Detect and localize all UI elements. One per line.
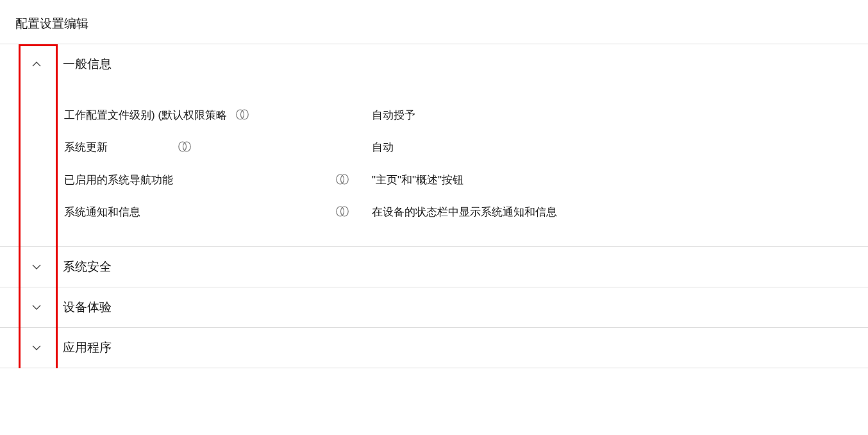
page-title: 配置设置编辑 bbox=[0, 0, 868, 44]
svg-point-6 bbox=[337, 207, 344, 216]
setting-row: 已启用的系统导航功能 "主页"和"概述"按钮 bbox=[64, 164, 868, 196]
section-header-device-experience[interactable]: 设备体验 bbox=[0, 287, 868, 327]
setting-value: "主页"和"概述"按钮 bbox=[372, 172, 868, 189]
section-body-general-info: 工作配置文件级别) (默认权限策略 自动授予 系统更新 自动 bbox=[0, 84, 868, 246]
svg-point-2 bbox=[179, 142, 187, 151]
section-header-label: 系统安全 bbox=[63, 259, 112, 275]
chevron-up-icon bbox=[28, 60, 45, 69]
setting-label-wrap: 已启用的系统导航功能 bbox=[64, 172, 372, 189]
chevron-down-icon bbox=[28, 262, 45, 271]
setting-value: 自动授予 bbox=[372, 107, 868, 124]
section-device-experience: 设备体验 bbox=[0, 287, 868, 328]
svg-point-0 bbox=[237, 110, 244, 119]
setting-row: 工作配置文件级别) (默认权限策略 自动授予 bbox=[64, 99, 868, 132]
section-applications: 应用程序 bbox=[0, 328, 868, 368]
section-general-info: 一般信息 工作配置文件级别) (默认权限策略 自动授予 系统更新 bbox=[0, 44, 868, 247]
setting-row: 系统通知和信息 在设备的状态栏中显示系统通知和信息 bbox=[64, 196, 868, 228]
svg-point-4 bbox=[337, 175, 344, 184]
setting-label-wrap: 系统通知和信息 bbox=[64, 204, 372, 221]
section-header-general-info[interactable]: 一般信息 bbox=[0, 44, 868, 84]
setting-label: 系统通知和信息 bbox=[64, 204, 140, 221]
section-header-applications[interactable]: 应用程序 bbox=[0, 328, 868, 368]
svg-point-3 bbox=[183, 142, 191, 151]
setting-label: 系统更新 bbox=[64, 139, 108, 156]
setting-label-wrap: 工作配置文件级别) (默认权限策略 bbox=[64, 107, 372, 124]
copilot-icon[interactable] bbox=[336, 206, 349, 217]
sections-container: 一般信息 工作配置文件级别) (默认权限策略 自动授予 系统更新 bbox=[0, 44, 868, 368]
setting-value: 在设备的状态栏中显示系统通知和信息 bbox=[372, 204, 868, 221]
setting-label: 已启用的系统导航功能 bbox=[64, 172, 173, 189]
chevron-down-icon bbox=[28, 343, 45, 352]
setting-row: 系统更新 自动 bbox=[64, 132, 868, 164]
setting-label: 工作配置文件级别) (默认权限策略 bbox=[64, 107, 227, 124]
setting-label-wrap: 系统更新 bbox=[64, 139, 372, 156]
copilot-icon[interactable] bbox=[336, 174, 349, 185]
copilot-icon[interactable] bbox=[178, 141, 191, 152]
svg-point-5 bbox=[341, 175, 349, 184]
section-system-security: 系统安全 bbox=[0, 247, 868, 287]
svg-point-7 bbox=[341, 207, 349, 216]
chevron-down-icon bbox=[28, 303, 45, 312]
copilot-icon[interactable] bbox=[236, 109, 249, 120]
svg-point-1 bbox=[241, 110, 249, 119]
section-header-label: 设备体验 bbox=[63, 299, 112, 316]
section-header-system-security[interactable]: 系统安全 bbox=[0, 247, 868, 287]
setting-value: 自动 bbox=[372, 139, 868, 156]
section-header-label: 应用程序 bbox=[63, 339, 112, 356]
section-header-label: 一般信息 bbox=[63, 56, 112, 72]
